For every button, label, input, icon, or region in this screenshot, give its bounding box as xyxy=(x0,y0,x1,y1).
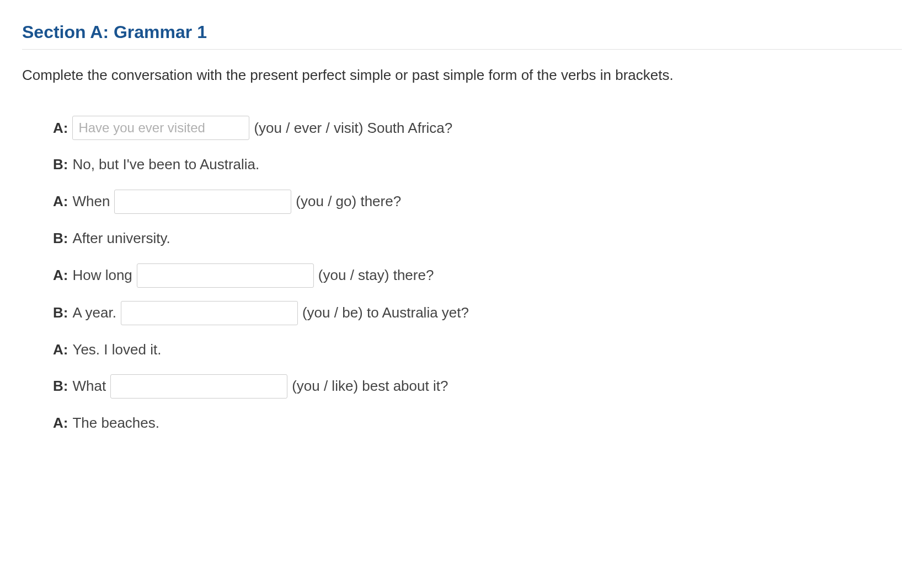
speaker-label: A: xyxy=(53,117,68,140)
section-title: Section A: Grammar 1 xyxy=(22,22,902,42)
hint-text: (you / be) to Australia yet? xyxy=(302,302,469,325)
conversation-line: B: What (you / like) best about it? xyxy=(53,374,902,399)
dialogue-text: What xyxy=(72,375,106,398)
answer-input-2[interactable] xyxy=(114,190,291,214)
conversation-line: A: When (you / go) there? xyxy=(53,190,902,214)
speaker-label: A: xyxy=(53,190,68,213)
speaker-label: B: xyxy=(53,153,68,176)
hint-text: (you / ever / visit) South Africa? xyxy=(254,117,452,140)
dialogue-text: When xyxy=(72,190,110,213)
dialogue-text: How long xyxy=(72,264,132,287)
section-divider xyxy=(22,49,902,50)
dialogue-text: A year. xyxy=(72,302,116,325)
hint-text: (you / stay) there? xyxy=(318,264,434,287)
dialogue-text: No, but I've been to Australia. xyxy=(72,153,259,176)
speaker-label: A: xyxy=(53,338,68,362)
conversation-line: A: The beaches. xyxy=(53,412,902,435)
speaker-label: B: xyxy=(53,375,68,398)
answer-input-5[interactable] xyxy=(110,374,287,399)
conversation-line: A: Yes. I loved it. xyxy=(53,338,902,362)
answer-input-4[interactable] xyxy=(121,301,298,325)
hint-text: (you / like) best about it? xyxy=(292,375,448,398)
conversation-line: A: How long (you / stay) there? xyxy=(53,263,902,288)
conversation-line: B: No, but I've been to Australia. xyxy=(53,153,902,176)
conversation-line: B: After university. xyxy=(53,227,902,250)
speaker-label: B: xyxy=(53,227,68,250)
speaker-label: A: xyxy=(53,264,68,287)
instructions-text: Complete the conversation with the prese… xyxy=(22,65,883,85)
speaker-label: B: xyxy=(53,302,68,325)
conversation-line: A: (you / ever / visit) South Africa? xyxy=(53,116,902,140)
dialogue-text: Yes. I loved it. xyxy=(72,338,161,362)
conversation-line: B: A year. (you / be) to Australia yet? xyxy=(53,301,902,325)
dialogue-text: After university. xyxy=(72,227,170,250)
conversation-container: A: (you / ever / visit) South Africa? B:… xyxy=(22,116,902,434)
answer-input-1[interactable] xyxy=(72,116,249,140)
hint-text: (you / go) there? xyxy=(296,190,401,213)
answer-input-3[interactable] xyxy=(137,263,314,288)
dialogue-text: The beaches. xyxy=(72,412,159,435)
speaker-label: A: xyxy=(53,412,68,435)
